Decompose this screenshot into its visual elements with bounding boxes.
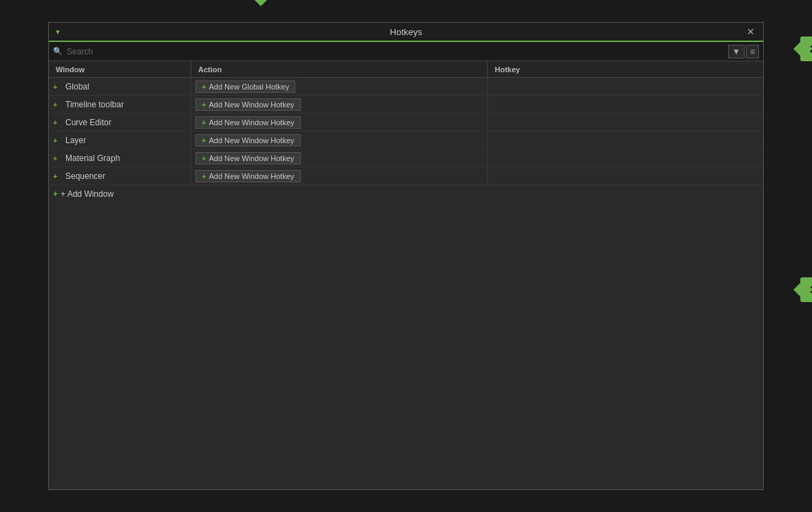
add-hotkey-label: Add New Global Hotkey xyxy=(209,83,289,91)
window-name-label: Material Graph xyxy=(65,153,120,163)
title-bar: ▼ Hotkeys ✕ xyxy=(49,23,763,42)
search-bar: 🔍 ▼ ≡ xyxy=(49,42,763,61)
add-hotkey-label: Add New Window Hotkey xyxy=(209,172,294,180)
close-button[interactable]: ✕ xyxy=(744,25,758,38)
cell-hotkey-3 xyxy=(488,131,763,149)
col-header-window: Window xyxy=(49,61,191,77)
cell-window-2: + Curve Editor xyxy=(49,114,191,131)
expand-icon[interactable]: + xyxy=(53,172,63,180)
title-arrow-icon: ▼ xyxy=(54,28,61,36)
cell-action-1: + Add New Window Hotkey xyxy=(191,96,488,113)
add-hotkey-button[interactable]: + Add New Window Hotkey xyxy=(195,134,301,147)
cell-hotkey-5 xyxy=(488,167,763,184)
column-headers: Window Action Hotkey xyxy=(49,61,763,78)
add-window-label: + Add Window xyxy=(61,189,114,199)
menu-button[interactable]: ≡ xyxy=(746,45,759,58)
window-name-label: Timeline toolbar xyxy=(65,100,124,109)
add-hotkey-plus-icon: + xyxy=(202,83,206,91)
cell-window-0: + Global xyxy=(49,78,191,95)
annotation-3: 3 xyxy=(800,277,812,302)
add-hotkey-button[interactable]: + Add New Window Hotkey xyxy=(195,170,301,182)
cell-action-4: + Add New Window Hotkey xyxy=(191,149,488,167)
filter-icon: ▼ xyxy=(732,47,740,56)
table-row: + Layer + Add New Window Hotkey xyxy=(49,131,763,149)
cell-window-1: + Timeline toolbar xyxy=(49,96,191,113)
add-hotkey-label: Add New Window Hotkey xyxy=(209,100,294,109)
expand-icon[interactable]: + xyxy=(53,136,63,145)
annotation-2: 2 xyxy=(800,36,812,61)
cell-action-5: + Add New Window Hotkey xyxy=(191,167,488,184)
menu-icon: ≡ xyxy=(750,47,755,56)
table-row: + Curve Editor + Add New Window Hotkey xyxy=(49,114,763,131)
add-hotkey-label: Add New Window Hotkey xyxy=(209,136,294,145)
add-window-plus-icon: + xyxy=(53,189,58,199)
table-row: + Sequencer + Add New Window Hotkey xyxy=(49,167,763,185)
table-body: + Global + Add New Global Hotkey + Timel… xyxy=(49,78,763,489)
expand-icon[interactable]: + xyxy=(53,100,63,109)
add-hotkey-button[interactable]: + Add New Window Hotkey xyxy=(195,98,301,111)
window-name-label: Global xyxy=(65,82,89,92)
window-name-label: Sequencer xyxy=(65,171,105,181)
table-row: + Material Graph + Add New Window Hotkey xyxy=(49,149,763,167)
cell-hotkey-1 xyxy=(488,96,763,113)
expand-icon[interactable]: + xyxy=(53,118,63,127)
add-hotkey-label: Add New Window Hotkey xyxy=(209,154,294,162)
col-header-action: Action xyxy=(191,61,488,77)
add-hotkey-plus-icon: + xyxy=(202,118,206,127)
add-hotkey-button[interactable]: + Add New Window Hotkey xyxy=(195,116,301,129)
cell-action-0: + Add New Global Hotkey xyxy=(191,78,488,95)
window-name-label: Curve Editor xyxy=(65,118,111,127)
cell-hotkey-4 xyxy=(488,149,763,167)
search-input[interactable] xyxy=(67,47,728,56)
add-hotkey-label: Add New Window Hotkey xyxy=(209,118,294,127)
window-title: Hotkeys xyxy=(390,27,423,37)
add-hotkey-button[interactable]: + Add New Window Hotkey xyxy=(195,152,301,164)
cell-action-2: + Add New Window Hotkey xyxy=(191,114,488,131)
hotkeys-window: 1 ▼ Hotkeys ✕ 🔍 ▼ ≡ Window xyxy=(48,22,764,490)
expand-icon[interactable]: + xyxy=(53,154,63,162)
table-row: + Global + Add New Global Hotkey xyxy=(49,78,763,96)
table-row: + Timeline toolbar + Add New Window Hotk… xyxy=(49,96,763,114)
cell-hotkey-0 xyxy=(488,78,763,95)
add-hotkey-button[interactable]: + Add New Global Hotkey xyxy=(195,81,295,93)
expand-icon[interactable]: + xyxy=(53,83,63,91)
add-hotkey-plus-icon: + xyxy=(202,154,206,162)
cell-window-4: + Material Graph xyxy=(49,149,191,167)
window-name-label: Layer xyxy=(65,136,86,145)
add-hotkey-plus-icon: + xyxy=(202,100,206,109)
cell-window-5: + Sequencer xyxy=(49,167,191,184)
cell-window-3: + Layer xyxy=(49,131,191,149)
add-window-row[interactable]: + + Add Window xyxy=(49,185,763,203)
filter-button[interactable]: ▼ xyxy=(728,45,745,58)
search-icon: 🔍 xyxy=(53,47,63,56)
cell-action-3: + Add New Window Hotkey xyxy=(191,131,488,149)
add-hotkey-plus-icon: + xyxy=(202,172,206,180)
col-header-hotkey: Hotkey xyxy=(488,61,763,77)
add-hotkey-plus-icon: + xyxy=(202,136,206,145)
cell-hotkey-2 xyxy=(488,114,763,131)
